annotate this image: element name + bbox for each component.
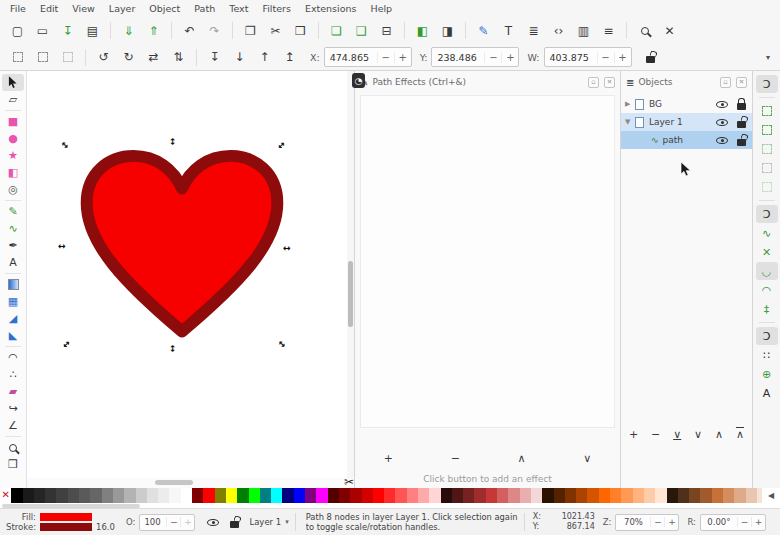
add-effect-button[interactable]: + <box>378 451 399 466</box>
snap-others-icon[interactable]: Ɔ <box>756 327 778 345</box>
cut-icon[interactable]: ✂ <box>263 20 288 42</box>
snap-bbox-midpoints-icon[interactable] <box>756 159 778 177</box>
w-field-value[interactable]: 403.875 <box>545 52 597 63</box>
tree-caret-icon[interactable]: ▶ <box>625 100 635 108</box>
dropper-tool[interactable]: ◢ <box>2 310 24 327</box>
stroke-width-value[interactable]: 16.0 <box>96 522 118 532</box>
snap-bounding-box-icon[interactable] <box>756 102 778 120</box>
canvas-vertical-scrollbar[interactable] <box>347 71 354 478</box>
rotate-ccw-icon[interactable]: ↺ <box>91 46 116 68</box>
scale-handle-w[interactable]: ↔ <box>58 242 66 251</box>
add-object-button[interactable]: + <box>623 427 644 442</box>
lower-to-bottom-button[interactable]: ∨ <box>667 427 687 442</box>
palette-swatch[interactable] <box>34 488 45 503</box>
selector-tool[interactable] <box>2 74 24 91</box>
pen-tool[interactable]: ∿ <box>2 220 24 237</box>
palette-swatch[interactable] <box>249 488 260 503</box>
redo-icon[interactable]: ↷ <box>202 20 227 42</box>
palette-swatch[interactable] <box>621 488 632 503</box>
fill-stroke-dialog-icon[interactable]: ✎ <box>471 20 496 42</box>
palette-swatch[interactable] <box>169 488 180 503</box>
layers-dialog-icon[interactable]: ≣ <box>521 20 546 42</box>
layer-selector[interactable]: Layer 1 ▾ <box>249 517 288 527</box>
palette-swatch[interactable] <box>474 488 485 503</box>
group-icon[interactable]: ◧ <box>410 20 435 42</box>
ellipse-tool[interactable]: ● <box>2 130 24 147</box>
snap-text-baseline-icon[interactable]: A <box>756 384 778 402</box>
palette-swatch[interactable] <box>237 488 248 503</box>
palette-swatch[interactable] <box>497 488 508 503</box>
stroke-swatch[interactable] <box>40 523 92 531</box>
layer-row-bg[interactable]: ▶BG <box>621 95 752 113</box>
palette-swatch[interactable] <box>113 488 124 503</box>
fill-swatch[interactable] <box>40 513 92 521</box>
palette-swatch[interactable] <box>350 488 361 503</box>
palette-swatch[interactable] <box>90 488 101 503</box>
palette-swatch[interactable] <box>373 488 384 503</box>
remove-effect-button[interactable]: − <box>445 451 466 466</box>
palette-swatch[interactable] <box>610 488 621 503</box>
palette-swatch[interactable] <box>734 488 745 503</box>
find-icon[interactable] <box>632 20 657 42</box>
unlocked-icon[interactable] <box>737 121 746 128</box>
star-tool[interactable]: ★ <box>2 147 24 164</box>
float-panel-button[interactable]: ▫ <box>588 77 599 88</box>
palette-swatch[interactable] <box>576 488 587 503</box>
vertical-scrollbar-handle[interactable] <box>348 261 353 327</box>
layer-row-layer1[interactable]: ▼Layer 1 <box>621 113 752 131</box>
flip-horizontal-icon[interactable]: ⇄ <box>141 46 166 68</box>
undo-icon[interactable]: ↶ <box>177 20 202 42</box>
palette-swatch[interactable] <box>587 488 598 503</box>
palette-swatch[interactable] <box>79 488 90 503</box>
palette-swatch[interactable] <box>203 488 214 503</box>
zoom-field[interactable]: 70% − + <box>615 514 679 531</box>
box3d-tool[interactable]: ◧ <box>2 164 24 181</box>
raise-icon[interactable]: ↑ <box>252 46 277 68</box>
horizontal-scrollbar-handle[interactable] <box>155 480 193 485</box>
menu-extensions[interactable]: Extensions <box>298 2 364 15</box>
select-all-icon[interactable] <box>5 46 30 68</box>
snap-bbox-edges-icon[interactable] <box>756 121 778 139</box>
toolbar-overflow-icon[interactable]: ▾ <box>766 53 770 62</box>
raise-to-top-icon[interactable]: ↥ <box>277 46 302 68</box>
palette-swatch[interactable] <box>723 488 734 503</box>
palette-swatch[interactable] <box>68 488 79 503</box>
palette-swatch[interactable] <box>316 488 327 503</box>
opacity-plus-button[interactable]: + <box>180 517 194 527</box>
w-minus-button[interactable]: − <box>597 52 614 63</box>
snap-smooth-nodes-icon[interactable]: ◠ <box>756 281 778 299</box>
x-field[interactable]: 474.865 − + <box>324 47 412 67</box>
rectangle-tool[interactable]: ■ <box>2 113 24 130</box>
palette-swatch[interactable] <box>644 488 655 503</box>
snap-global-icon[interactable]: Ɔ <box>756 75 778 93</box>
palette-swatch[interactable] <box>56 488 67 503</box>
select-all-layers-icon[interactable] <box>30 46 55 68</box>
move-effect-down-button[interactable]: ∨ <box>577 451 597 466</box>
ungroup-icon[interactable]: ◨ <box>435 20 460 42</box>
palette-swatch[interactable] <box>554 488 565 503</box>
palette-swatch[interactable] <box>712 488 723 503</box>
node-tool[interactable]: ▱ <box>2 91 24 108</box>
palette-swatch[interactable] <box>441 488 452 503</box>
palette-swatch[interactable] <box>136 488 147 503</box>
palette-swatch[interactable] <box>23 488 34 503</box>
palette-swatch[interactable] <box>260 488 271 503</box>
layer-lock-icon[interactable] <box>230 521 239 528</box>
palette-swatch[interactable] <box>542 488 553 503</box>
palette-swatch[interactable] <box>700 488 711 503</box>
palette-swatch[interactable] <box>531 488 542 503</box>
gradient-tool[interactable] <box>2 276 24 293</box>
palette-swatch[interactable] <box>271 488 282 503</box>
canvas-corner-icon[interactable]: ◔ <box>352 73 365 88</box>
copy-icon[interactable]: ❐ <box>238 20 263 42</box>
x-plus-button[interactable]: + <box>394 52 411 63</box>
scale-handle-nw[interactable]: ↔ <box>59 140 71 152</box>
unlocked-icon[interactable] <box>737 139 746 146</box>
zoom-tool[interactable] <box>2 439 24 456</box>
palette-swatch[interactable] <box>520 488 531 503</box>
palette-swatch[interactable] <box>395 488 406 503</box>
rotation-minus-button[interactable]: − <box>737 517 751 527</box>
lower-icon[interactable]: ↓ <box>227 46 252 68</box>
palette-swatch[interactable] <box>328 488 339 503</box>
layer-selector-value[interactable]: Layer 1 <box>249 517 281 527</box>
